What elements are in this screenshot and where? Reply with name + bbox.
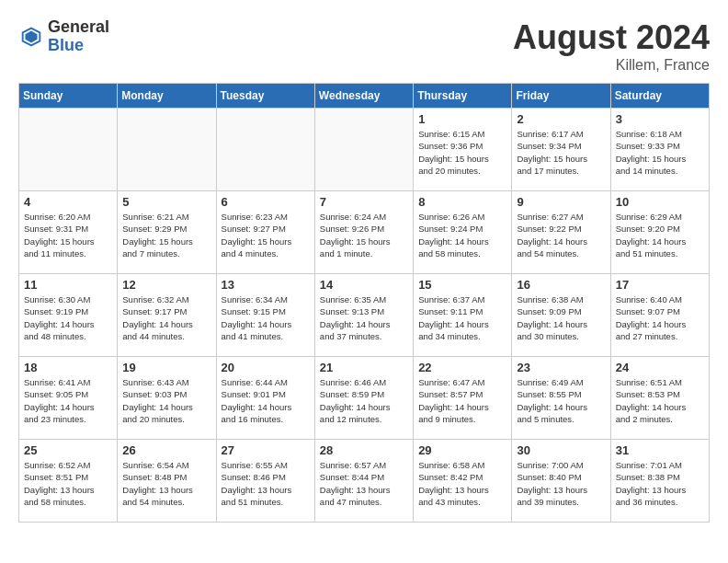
calendar-cell: 31Sunrise: 7:01 AM Sunset: 8:38 PM Dayli… <box>610 440 709 523</box>
calendar-cell: 10Sunrise: 6:29 AM Sunset: 9:20 PM Dayli… <box>610 191 709 274</box>
day-info: Sunrise: 6:58 AM Sunset: 8:42 PM Dayligh… <box>418 459 506 508</box>
day-number: 28 <box>320 443 408 457</box>
day-number: 18 <box>24 361 112 374</box>
logo-blue-text: Blue <box>48 37 109 55</box>
day-number: 31 <box>616 443 704 457</box>
col-monday: Monday <box>118 84 216 109</box>
col-tuesday: Tuesday <box>216 84 314 109</box>
day-number: 4 <box>24 195 112 209</box>
calendar-cell: 16Sunrise: 6:38 AM Sunset: 9:09 PM Dayli… <box>512 274 610 357</box>
logo-text: General Blue <box>48 18 109 55</box>
logo-general-text: General <box>48 18 109 37</box>
day-info: Sunrise: 6:55 AM Sunset: 8:46 PM Dayligh… <box>222 459 310 508</box>
day-info: Sunrise: 6:32 AM Sunset: 9:17 PM Dayligh… <box>122 293 210 342</box>
day-info: Sunrise: 6:47 AM Sunset: 8:57 PM Dayligh… <box>418 376 506 425</box>
calendar-cell: 17Sunrise: 6:40 AM Sunset: 9:07 PM Dayli… <box>610 274 709 357</box>
calendar-cell: 6Sunrise: 6:23 AM Sunset: 9:27 PM Daylig… <box>216 191 314 274</box>
day-info: Sunrise: 6:52 AM Sunset: 8:51 PM Dayligh… <box>24 459 112 508</box>
day-number: 16 <box>517 278 605 292</box>
calendar-cell: 11Sunrise: 6:30 AM Sunset: 9:19 PM Dayli… <box>19 274 118 357</box>
day-info: Sunrise: 7:00 AM Sunset: 8:40 PM Dayligh… <box>517 459 605 508</box>
calendar-cell: 19Sunrise: 6:43 AM Sunset: 9:03 PM Dayli… <box>118 357 216 440</box>
calendar-week-5: 25Sunrise: 6:52 AM Sunset: 8:51 PM Dayli… <box>19 440 710 523</box>
day-info: Sunrise: 6:57 AM Sunset: 8:44 PM Dayligh… <box>320 459 408 508</box>
day-number: 29 <box>418 443 506 457</box>
day-number: 11 <box>24 278 112 292</box>
day-info: Sunrise: 6:51 AM Sunset: 8:53 PM Dayligh… <box>616 376 704 425</box>
day-info: Sunrise: 6:54 AM Sunset: 8:48 PM Dayligh… <box>122 459 210 508</box>
day-info: Sunrise: 6:46 AM Sunset: 8:59 PM Dayligh… <box>320 376 408 425</box>
calendar-cell: 30Sunrise: 7:00 AM Sunset: 8:40 PM Dayli… <box>512 440 610 523</box>
calendar-cell: 4Sunrise: 6:20 AM Sunset: 9:31 PM Daylig… <box>19 191 118 274</box>
day-number: 3 <box>616 112 704 126</box>
calendar-cell: 29Sunrise: 6:58 AM Sunset: 8:42 PM Dayli… <box>414 440 512 523</box>
calendar-cell: 14Sunrise: 6:35 AM Sunset: 9:13 PM Dayli… <box>314 274 413 357</box>
calendar-cell: 22Sunrise: 6:47 AM Sunset: 8:57 PM Dayli… <box>414 357 512 440</box>
header-row: Sunday Monday Tuesday Wednesday Thursday… <box>19 84 710 109</box>
calendar-cell: 28Sunrise: 6:57 AM Sunset: 8:44 PM Dayli… <box>314 440 413 523</box>
day-number: 2 <box>517 112 605 126</box>
day-info: Sunrise: 6:29 AM Sunset: 9:20 PM Dayligh… <box>616 211 704 259</box>
day-info: Sunrise: 6:21 AM Sunset: 9:29 PM Dayligh… <box>122 211 210 259</box>
day-number: 9 <box>517 195 605 209</box>
calendar-cell: 3Sunrise: 6:18 AM Sunset: 9:33 PM Daylig… <box>610 109 709 191</box>
day-number: 10 <box>616 195 704 209</box>
day-number: 19 <box>122 361 210 374</box>
month-year-title: August 2024 <box>513 18 710 57</box>
calendar-cell: 13Sunrise: 6:34 AM Sunset: 9:15 PM Dayli… <box>216 274 314 357</box>
day-info: Sunrise: 6:15 AM Sunset: 9:36 PM Dayligh… <box>418 128 506 177</box>
col-thursday: Thursday <box>414 84 512 109</box>
calendar-cell: 21Sunrise: 6:46 AM Sunset: 8:59 PM Dayli… <box>314 357 413 440</box>
day-info: Sunrise: 6:37 AM Sunset: 9:11 PM Dayligh… <box>418 293 506 342</box>
day-number: 7 <box>320 195 408 209</box>
calendar-cell: 27Sunrise: 6:55 AM Sunset: 8:46 PM Dayli… <box>216 440 314 523</box>
day-number: 6 <box>222 195 310 209</box>
day-number: 24 <box>616 361 704 374</box>
day-number: 30 <box>517 443 605 457</box>
day-info: Sunrise: 6:49 AM Sunset: 8:55 PM Dayligh… <box>517 376 605 425</box>
calendar-cell: 26Sunrise: 6:54 AM Sunset: 8:48 PM Dayli… <box>118 440 216 523</box>
day-info: Sunrise: 6:24 AM Sunset: 9:26 PM Dayligh… <box>320 211 408 259</box>
day-info: Sunrise: 6:43 AM Sunset: 9:03 PM Dayligh… <box>122 376 210 425</box>
calendar-cell: 5Sunrise: 6:21 AM Sunset: 9:29 PM Daylig… <box>118 191 216 274</box>
day-number: 21 <box>320 361 408 374</box>
day-info: Sunrise: 6:23 AM Sunset: 9:27 PM Dayligh… <box>222 211 310 259</box>
day-number: 25 <box>24 443 112 457</box>
day-number: 13 <box>222 278 310 292</box>
day-info: Sunrise: 6:38 AM Sunset: 9:09 PM Dayligh… <box>517 293 605 342</box>
calendar-week-3: 11Sunrise: 6:30 AM Sunset: 9:19 PM Dayli… <box>19 274 710 357</box>
calendar-cell: 8Sunrise: 6:26 AM Sunset: 9:24 PM Daylig… <box>414 191 512 274</box>
calendar-cell: 1Sunrise: 6:15 AM Sunset: 9:36 PM Daylig… <box>414 109 512 191</box>
calendar-cell: 25Sunrise: 6:52 AM Sunset: 8:51 PM Dayli… <box>19 440 118 523</box>
day-info: Sunrise: 6:20 AM Sunset: 9:31 PM Dayligh… <box>24 211 112 259</box>
day-number: 1 <box>418 112 506 126</box>
day-number: 14 <box>320 278 408 292</box>
calendar-cell: 9Sunrise: 6:27 AM Sunset: 9:22 PM Daylig… <box>512 191 610 274</box>
day-number: 23 <box>517 361 605 374</box>
calendar-cell <box>314 109 413 191</box>
calendar-week-4: 18Sunrise: 6:41 AM Sunset: 9:05 PM Dayli… <box>19 357 710 440</box>
day-info: Sunrise: 6:34 AM Sunset: 9:15 PM Dayligh… <box>222 293 310 342</box>
location-subtitle: Killem, France <box>513 57 710 74</box>
title-block: August 2024 Killem, France <box>513 18 710 74</box>
day-number: 22 <box>418 361 506 374</box>
calendar-cell: 24Sunrise: 6:51 AM Sunset: 8:53 PM Dayli… <box>610 357 709 440</box>
day-info: Sunrise: 6:26 AM Sunset: 9:24 PM Dayligh… <box>418 211 506 259</box>
calendar-week-2: 4Sunrise: 6:20 AM Sunset: 9:31 PM Daylig… <box>19 191 710 274</box>
day-number: 8 <box>418 195 506 209</box>
calendar-cell <box>216 109 314 191</box>
day-number: 12 <box>122 278 210 292</box>
day-number: 17 <box>616 278 704 292</box>
calendar-cell: 20Sunrise: 6:44 AM Sunset: 9:01 PM Dayli… <box>216 357 314 440</box>
col-friday: Friday <box>512 84 610 109</box>
day-number: 27 <box>222 443 310 457</box>
calendar-cell: 2Sunrise: 6:17 AM Sunset: 9:34 PM Daylig… <box>512 109 610 191</box>
page-header: General Blue August 2024 Killem, France <box>18 18 710 74</box>
day-number: 5 <box>122 195 210 209</box>
col-wednesday: Wednesday <box>314 84 413 109</box>
calendar-cell: 12Sunrise: 6:32 AM Sunset: 9:17 PM Dayli… <box>118 274 216 357</box>
day-info: Sunrise: 6:27 AM Sunset: 9:22 PM Dayligh… <box>517 211 605 259</box>
day-info: Sunrise: 6:18 AM Sunset: 9:33 PM Dayligh… <box>616 128 704 177</box>
logo-icon <box>18 24 44 50</box>
day-number: 20 <box>222 361 310 374</box>
